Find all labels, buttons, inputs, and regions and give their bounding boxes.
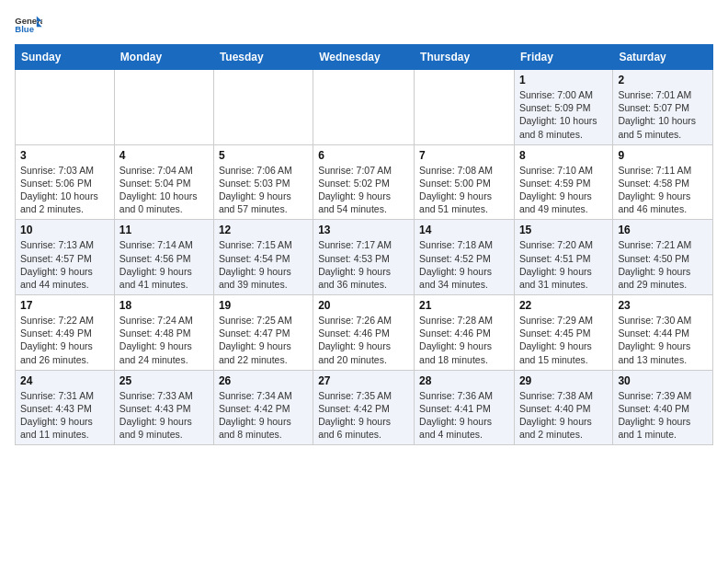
day-number: 5 bbox=[219, 149, 308, 162]
day-number: 7 bbox=[419, 149, 509, 162]
day-info: Sunrise: 7:36 AM Sunset: 4:41 PM Dayligh… bbox=[419, 389, 509, 442]
day-info: Sunrise: 7:24 AM Sunset: 4:48 PM Dayligh… bbox=[119, 314, 209, 366]
day-number: 1 bbox=[519, 74, 608, 86]
day-number: 25 bbox=[119, 374, 209, 387]
logo-icon: General Blue bbox=[15, 15, 42, 35]
calendar-table: SundayMondayTuesdayWednesdayThursdayFrid… bbox=[15, 44, 713, 445]
weekday-header-sunday: Sunday bbox=[16, 45, 115, 70]
day-cell: 13Sunrise: 7:17 AM Sunset: 4:53 PM Dayli… bbox=[313, 220, 415, 295]
day-info: Sunrise: 7:17 AM Sunset: 4:53 PM Dayligh… bbox=[318, 238, 409, 291]
day-number: 13 bbox=[318, 224, 409, 236]
week-row-5: 24Sunrise: 7:31 AM Sunset: 4:43 PM Dayli… bbox=[16, 370, 713, 445]
day-number: 3 bbox=[20, 149, 109, 162]
day-cell: 19Sunrise: 7:25 AM Sunset: 4:47 PM Dayli… bbox=[213, 295, 313, 371]
day-cell: 23Sunrise: 7:30 AM Sunset: 4:44 PM Dayli… bbox=[613, 295, 713, 371]
day-cell: 22Sunrise: 7:29 AM Sunset: 4:45 PM Dayli… bbox=[514, 295, 612, 371]
day-cell bbox=[213, 70, 313, 145]
day-info: Sunrise: 7:26 AM Sunset: 4:46 PM Dayligh… bbox=[318, 314, 409, 366]
day-cell bbox=[16, 70, 115, 145]
day-number: 11 bbox=[119, 224, 209, 236]
day-info: Sunrise: 7:22 AM Sunset: 4:49 PM Dayligh… bbox=[20, 314, 109, 366]
day-cell: 21Sunrise: 7:28 AM Sunset: 4:46 PM Dayli… bbox=[415, 295, 515, 371]
day-cell: 6Sunrise: 7:07 AM Sunset: 5:02 PM Daylig… bbox=[313, 144, 415, 220]
day-number: 21 bbox=[419, 299, 509, 312]
weekday-header-wednesday: Wednesday bbox=[313, 45, 415, 70]
day-number: 29 bbox=[519, 374, 608, 387]
day-info: Sunrise: 7:18 AM Sunset: 4:52 PM Dayligh… bbox=[419, 238, 509, 291]
day-number: 4 bbox=[119, 149, 209, 162]
day-info: Sunrise: 7:04 AM Sunset: 5:04 PM Dayligh… bbox=[119, 164, 209, 216]
day-cell bbox=[114, 70, 213, 145]
day-info: Sunrise: 7:20 AM Sunset: 4:51 PM Dayligh… bbox=[519, 238, 608, 291]
day-number: 23 bbox=[618, 299, 708, 312]
day-info: Sunrise: 7:33 AM Sunset: 4:43 PM Dayligh… bbox=[119, 389, 209, 442]
day-number: 28 bbox=[419, 374, 509, 387]
day-cell: 17Sunrise: 7:22 AM Sunset: 4:49 PM Dayli… bbox=[16, 295, 115, 371]
day-info: Sunrise: 7:06 AM Sunset: 5:03 PM Dayligh… bbox=[219, 164, 308, 216]
day-info: Sunrise: 7:07 AM Sunset: 5:02 PM Dayligh… bbox=[318, 164, 409, 216]
day-number: 10 bbox=[20, 224, 109, 236]
day-number: 27 bbox=[318, 374, 409, 387]
day-number: 15 bbox=[519, 224, 608, 236]
day-cell: 14Sunrise: 7:18 AM Sunset: 4:52 PM Dayli… bbox=[415, 220, 515, 295]
day-cell bbox=[313, 70, 415, 145]
day-info: Sunrise: 7:21 AM Sunset: 4:50 PM Dayligh… bbox=[618, 238, 708, 291]
day-info: Sunrise: 7:38 AM Sunset: 4:40 PM Dayligh… bbox=[519, 389, 608, 442]
day-cell: 10Sunrise: 7:13 AM Sunset: 4:57 PM Dayli… bbox=[16, 220, 115, 295]
day-number: 6 bbox=[318, 149, 409, 162]
day-cell: 12Sunrise: 7:15 AM Sunset: 4:54 PM Dayli… bbox=[213, 220, 313, 295]
day-cell: 2Sunrise: 7:01 AM Sunset: 5:07 PM Daylig… bbox=[613, 70, 713, 145]
day-number: 9 bbox=[618, 149, 708, 162]
day-info: Sunrise: 7:39 AM Sunset: 4:40 PM Dayligh… bbox=[618, 389, 708, 442]
day-number: 18 bbox=[119, 299, 209, 312]
day-number: 20 bbox=[318, 299, 409, 312]
day-cell bbox=[415, 70, 515, 145]
day-number: 30 bbox=[618, 374, 708, 387]
week-row-1: 1Sunrise: 7:00 AM Sunset: 5:09 PM Daylig… bbox=[16, 70, 713, 145]
day-info: Sunrise: 7:15 AM Sunset: 4:54 PM Dayligh… bbox=[219, 238, 308, 291]
day-cell: 20Sunrise: 7:26 AM Sunset: 4:46 PM Dayli… bbox=[313, 295, 415, 371]
weekday-header-monday: Monday bbox=[114, 45, 213, 70]
day-cell: 9Sunrise: 7:11 AM Sunset: 4:58 PM Daylig… bbox=[613, 144, 713, 220]
day-cell: 29Sunrise: 7:38 AM Sunset: 4:40 PM Dayli… bbox=[514, 370, 612, 445]
day-cell: 3Sunrise: 7:03 AM Sunset: 5:06 PM Daylig… bbox=[16, 144, 115, 220]
day-info: Sunrise: 7:13 AM Sunset: 4:57 PM Dayligh… bbox=[20, 238, 109, 291]
day-cell: 8Sunrise: 7:10 AM Sunset: 4:59 PM Daylig… bbox=[514, 144, 612, 220]
day-cell: 1Sunrise: 7:00 AM Sunset: 5:09 PM Daylig… bbox=[514, 70, 612, 145]
day-info: Sunrise: 7:28 AM Sunset: 4:46 PM Dayligh… bbox=[419, 314, 509, 366]
day-info: Sunrise: 7:25 AM Sunset: 4:47 PM Dayligh… bbox=[219, 314, 308, 366]
day-cell: 27Sunrise: 7:35 AM Sunset: 4:42 PM Dayli… bbox=[313, 370, 415, 445]
weekday-header-saturday: Saturday bbox=[613, 45, 713, 70]
day-info: Sunrise: 7:08 AM Sunset: 5:00 PM Dayligh… bbox=[419, 164, 509, 216]
svg-text:Blue: Blue bbox=[15, 24, 34, 34]
week-row-2: 3Sunrise: 7:03 AM Sunset: 5:06 PM Daylig… bbox=[16, 144, 713, 220]
day-info: Sunrise: 7:30 AM Sunset: 4:44 PM Dayligh… bbox=[618, 314, 708, 366]
day-cell: 5Sunrise: 7:06 AM Sunset: 5:03 PM Daylig… bbox=[213, 144, 313, 220]
weekday-header-friday: Friday bbox=[514, 45, 612, 70]
day-info: Sunrise: 7:14 AM Sunset: 4:56 PM Dayligh… bbox=[119, 238, 209, 291]
day-cell: 25Sunrise: 7:33 AM Sunset: 4:43 PM Dayli… bbox=[114, 370, 213, 445]
day-cell: 18Sunrise: 7:24 AM Sunset: 4:48 PM Dayli… bbox=[114, 295, 213, 371]
day-cell: 15Sunrise: 7:20 AM Sunset: 4:51 PM Dayli… bbox=[514, 220, 612, 295]
day-info: Sunrise: 7:11 AM Sunset: 4:58 PM Dayligh… bbox=[618, 164, 708, 216]
day-number: 8 bbox=[519, 149, 608, 162]
day-number: 2 bbox=[618, 74, 708, 86]
day-info: Sunrise: 7:31 AM Sunset: 4:43 PM Dayligh… bbox=[20, 389, 109, 442]
day-cell: 30Sunrise: 7:39 AM Sunset: 4:40 PM Dayli… bbox=[613, 370, 713, 445]
day-cell: 11Sunrise: 7:14 AM Sunset: 4:56 PM Dayli… bbox=[114, 220, 213, 295]
weekday-header-row: SundayMondayTuesdayWednesdayThursdayFrid… bbox=[16, 45, 713, 70]
day-number: 26 bbox=[219, 374, 308, 387]
day-info: Sunrise: 7:00 AM Sunset: 5:09 PM Dayligh… bbox=[519, 88, 608, 141]
week-row-3: 10Sunrise: 7:13 AM Sunset: 4:57 PM Dayli… bbox=[16, 220, 713, 295]
day-cell: 28Sunrise: 7:36 AM Sunset: 4:41 PM Dayli… bbox=[415, 370, 515, 445]
day-cell: 7Sunrise: 7:08 AM Sunset: 5:00 PM Daylig… bbox=[415, 144, 515, 220]
day-number: 22 bbox=[519, 299, 608, 312]
calendar-body: 1Sunrise: 7:00 AM Sunset: 5:09 PM Daylig… bbox=[16, 70, 713, 445]
page-header: General Blue bbox=[15, 15, 713, 35]
logo: General Blue bbox=[15, 15, 42, 35]
week-row-4: 17Sunrise: 7:22 AM Sunset: 4:49 PM Dayli… bbox=[16, 295, 713, 371]
day-number: 17 bbox=[20, 299, 109, 312]
day-cell: 16Sunrise: 7:21 AM Sunset: 4:50 PM Dayli… bbox=[613, 220, 713, 295]
day-info: Sunrise: 7:10 AM Sunset: 4:59 PM Dayligh… bbox=[519, 164, 608, 216]
day-info: Sunrise: 7:03 AM Sunset: 5:06 PM Dayligh… bbox=[20, 164, 109, 216]
